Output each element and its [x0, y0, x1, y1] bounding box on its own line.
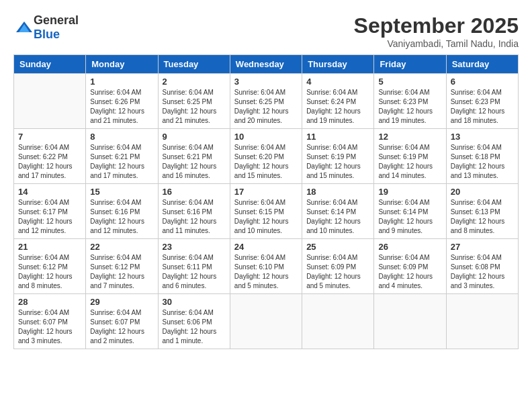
- month-title: September 2025: [354, 13, 519, 38]
- day-of-week-header: Friday: [374, 55, 446, 74]
- day-number: 22: [90, 242, 153, 252]
- day-info: Sunrise: 6:04 AM Sunset: 6:26 PM Dayligh…: [90, 88, 153, 126]
- day-number: 7: [18, 132, 81, 142]
- day-number: 21: [18, 242, 81, 252]
- day-info: Sunrise: 6:04 AM Sunset: 6:17 PM Dayligh…: [18, 198, 81, 236]
- day-number: 18: [306, 187, 369, 197]
- day-info: Sunrise: 6:04 AM Sunset: 6:10 PM Dayligh…: [234, 253, 298, 291]
- day-number: 26: [378, 242, 441, 252]
- day-info: Sunrise: 6:04 AM Sunset: 6:12 PM Dayligh…: [18, 253, 81, 291]
- calendar-cell: 19Sunrise: 6:04 AM Sunset: 6:14 PM Dayli…: [374, 184, 446, 239]
- calendar-cell: 4Sunrise: 6:04 AM Sunset: 6:24 PM Daylig…: [302, 74, 374, 129]
- calendar-cell: 12Sunrise: 6:04 AM Sunset: 6:19 PM Dayli…: [374, 129, 446, 184]
- calendar-cell: 7Sunrise: 6:04 AM Sunset: 6:22 PM Daylig…: [14, 129, 86, 184]
- calendar-cell: 28Sunrise: 6:04 AM Sunset: 6:07 PM Dayli…: [14, 294, 86, 349]
- day-info: Sunrise: 6:04 AM Sunset: 6:11 PM Dayligh…: [163, 253, 226, 291]
- day-number: 2: [163, 77, 226, 87]
- calendar-cell: 6Sunrise: 6:04 AM Sunset: 6:23 PM Daylig…: [446, 74, 518, 129]
- calendar-cell: 2Sunrise: 6:04 AM Sunset: 6:25 PM Daylig…: [158, 74, 230, 129]
- day-info: Sunrise: 6:04 AM Sunset: 6:21 PM Dayligh…: [163, 143, 226, 181]
- day-info: Sunrise: 6:04 AM Sunset: 6:23 PM Dayligh…: [451, 88, 514, 126]
- day-info: Sunrise: 6:04 AM Sunset: 6:13 PM Dayligh…: [451, 198, 514, 236]
- calendar-week-row: 7Sunrise: 6:04 AM Sunset: 6:22 PM Daylig…: [14, 129, 519, 184]
- calendar-cell: 16Sunrise: 6:04 AM Sunset: 6:16 PM Dayli…: [158, 184, 230, 239]
- day-number: 14: [18, 187, 81, 197]
- calendar-cell: 22Sunrise: 6:04 AM Sunset: 6:12 PM Dayli…: [86, 239, 158, 294]
- day-number: 20: [451, 187, 514, 197]
- day-number: 28: [18, 297, 81, 307]
- day-info: Sunrise: 6:04 AM Sunset: 6:25 PM Dayligh…: [234, 88, 298, 126]
- calendar-cell: 11Sunrise: 6:04 AM Sunset: 6:19 PM Dayli…: [302, 129, 374, 184]
- calendar-cell: 9Sunrise: 6:04 AM Sunset: 6:21 PM Daylig…: [158, 129, 230, 184]
- day-info: Sunrise: 6:04 AM Sunset: 6:19 PM Dayligh…: [306, 143, 369, 181]
- day-number: 27: [451, 242, 514, 252]
- day-info: Sunrise: 6:04 AM Sunset: 6:08 PM Dayligh…: [451, 253, 514, 291]
- day-number: 4: [306, 77, 369, 87]
- calendar-cell: 26Sunrise: 6:04 AM Sunset: 6:09 PM Dayli…: [374, 239, 446, 294]
- day-number: 15: [90, 187, 153, 197]
- calendar-week-row: 28Sunrise: 6:04 AM Sunset: 6:07 PM Dayli…: [14, 294, 519, 349]
- calendar-header-row: SundayMondayTuesdayWednesdayThursdayFrid…: [14, 55, 519, 74]
- day-info: Sunrise: 6:04 AM Sunset: 6:06 PM Dayligh…: [163, 308, 226, 346]
- day-of-week-header: Wednesday: [230, 55, 302, 74]
- calendar-cell: [302, 294, 374, 349]
- calendar-table: SundayMondayTuesdayWednesdayThursdayFrid…: [13, 54, 519, 349]
- day-number: 5: [378, 77, 441, 87]
- logo-blue: Blue: [34, 28, 60, 41]
- day-number: 13: [451, 132, 514, 142]
- calendar-cell: 15Sunrise: 6:04 AM Sunset: 6:16 PM Dayli…: [86, 184, 158, 239]
- location-subtitle: Vaniyambadi, Tamil Nadu, India: [354, 38, 519, 49]
- day-number: 25: [306, 242, 369, 252]
- day-info: Sunrise: 6:04 AM Sunset: 6:09 PM Dayligh…: [306, 253, 369, 291]
- calendar-cell: 8Sunrise: 6:04 AM Sunset: 6:21 PM Daylig…: [86, 129, 158, 184]
- calendar-week-row: 21Sunrise: 6:04 AM Sunset: 6:12 PM Dayli…: [14, 239, 519, 294]
- day-number: 12: [378, 132, 441, 142]
- calendar-cell: 18Sunrise: 6:04 AM Sunset: 6:14 PM Dayli…: [302, 184, 374, 239]
- title-area: September 2025 Vaniyambadi, Tamil Nadu, …: [354, 13, 519, 49]
- day-number: 1: [90, 77, 153, 87]
- calendar-cell: 1Sunrise: 6:04 AM Sunset: 6:26 PM Daylig…: [86, 74, 158, 129]
- calendar-cell: 3Sunrise: 6:04 AM Sunset: 6:25 PM Daylig…: [230, 74, 302, 129]
- day-number: 29: [90, 297, 153, 307]
- day-number: 3: [234, 77, 298, 87]
- calendar-cell: 13Sunrise: 6:04 AM Sunset: 6:18 PM Dayli…: [446, 129, 518, 184]
- day-info: Sunrise: 6:04 AM Sunset: 6:23 PM Dayligh…: [378, 88, 441, 126]
- calendar-cell: 14Sunrise: 6:04 AM Sunset: 6:17 PM Dayli…: [14, 184, 86, 239]
- logo: General Blue: [13, 13, 79, 42]
- calendar-cell: [14, 74, 86, 129]
- logo-general: General: [34, 13, 79, 27]
- day-info: Sunrise: 6:04 AM Sunset: 6:16 PM Dayligh…: [163, 198, 226, 236]
- calendar-cell: 10Sunrise: 6:04 AM Sunset: 6:20 PM Dayli…: [230, 129, 302, 184]
- calendar-cell: 20Sunrise: 6:04 AM Sunset: 6:13 PM Dayli…: [446, 184, 518, 239]
- day-of-week-header: Sunday: [14, 55, 86, 74]
- calendar-cell: [374, 294, 446, 349]
- day-info: Sunrise: 6:04 AM Sunset: 6:21 PM Dayligh…: [90, 143, 153, 181]
- day-info: Sunrise: 6:04 AM Sunset: 6:12 PM Dayligh…: [90, 253, 153, 291]
- logo-icon: [15, 20, 34, 35]
- day-number: 10: [234, 132, 298, 142]
- day-info: Sunrise: 6:04 AM Sunset: 6:16 PM Dayligh…: [90, 198, 153, 236]
- day-info: Sunrise: 6:04 AM Sunset: 6:20 PM Dayligh…: [234, 143, 298, 181]
- day-info: Sunrise: 6:04 AM Sunset: 6:07 PM Dayligh…: [90, 308, 153, 346]
- day-of-week-header: Saturday: [446, 55, 518, 74]
- page-header: General Blue September 2025 Vaniyambadi,…: [13, 13, 519, 49]
- day-info: Sunrise: 6:04 AM Sunset: 6:22 PM Dayligh…: [18, 143, 81, 181]
- calendar-cell: 29Sunrise: 6:04 AM Sunset: 6:07 PM Dayli…: [86, 294, 158, 349]
- day-info: Sunrise: 6:04 AM Sunset: 6:24 PM Dayligh…: [306, 88, 369, 126]
- day-info: Sunrise: 6:04 AM Sunset: 6:19 PM Dayligh…: [378, 143, 441, 181]
- day-number: 30: [163, 297, 226, 307]
- calendar-cell: 25Sunrise: 6:04 AM Sunset: 6:09 PM Dayli…: [302, 239, 374, 294]
- day-info: Sunrise: 6:04 AM Sunset: 6:25 PM Dayligh…: [163, 88, 226, 126]
- calendar-week-row: 1Sunrise: 6:04 AM Sunset: 6:26 PM Daylig…: [14, 74, 519, 129]
- day-info: Sunrise: 6:04 AM Sunset: 6:14 PM Dayligh…: [378, 198, 441, 236]
- calendar-cell: 21Sunrise: 6:04 AM Sunset: 6:12 PM Dayli…: [14, 239, 86, 294]
- day-info: Sunrise: 6:04 AM Sunset: 6:14 PM Dayligh…: [306, 198, 369, 236]
- calendar-cell: 5Sunrise: 6:04 AM Sunset: 6:23 PM Daylig…: [374, 74, 446, 129]
- day-number: 9: [163, 132, 226, 142]
- calendar-cell: 17Sunrise: 6:04 AM Sunset: 6:15 PM Dayli…: [230, 184, 302, 239]
- calendar-cell: [446, 294, 518, 349]
- day-info: Sunrise: 6:04 AM Sunset: 6:15 PM Dayligh…: [234, 198, 298, 236]
- day-of-week-header: Tuesday: [158, 55, 230, 74]
- day-number: 23: [163, 242, 226, 252]
- calendar-week-row: 14Sunrise: 6:04 AM Sunset: 6:17 PM Dayli…: [14, 184, 519, 239]
